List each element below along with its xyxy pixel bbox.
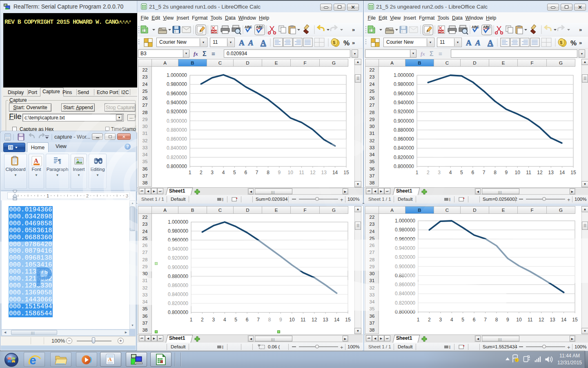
svg-text:0.880000: 0.880000 [168,274,188,279]
svg-text:10: 10 [288,170,294,175]
svg-text:I: I [222,197,223,202]
svg-text:0.820000: 0.820000 [168,301,188,306]
svg-text:6: 6 [244,170,247,175]
svg-text:12: 12 [312,317,317,323]
svg-text:1.000000: 1.000000 [167,72,187,78]
svg-text:»: » [352,40,355,46]
svg-text:0.840000: 0.840000 [395,291,415,296]
svg-text:0.900000: 0.900000 [167,118,187,124]
svg-text:fx: fx [421,51,425,57]
svg-text:0.840000: 0.840000 [394,145,414,151]
svg-text:2: 2 [200,170,203,175]
svg-text:3: 3 [438,170,441,175]
svg-text:2: 2 [427,170,430,175]
svg-text:0.860000: 0.860000 [394,136,414,142]
svg-text:9: 9 [279,317,282,323]
svg-text:PDF: PDF [212,30,218,33]
svg-text:3: 3 [126,193,128,198]
svg-text:11: 11 [301,317,306,323]
svg-text:A: A [261,38,266,47]
svg-text:2: 2 [86,193,89,198]
svg-text:0.940000: 0.940000 [168,246,188,252]
svg-text:7: 7 [484,317,487,323]
svg-text:ABC: ABC [472,25,479,29]
svg-text:A: A [248,38,254,47]
svg-text:1.000000: 1.000000 [168,219,188,225]
svg-text:12: 12 [310,170,316,175]
svg-text:0.980000: 0.980000 [168,228,188,234]
svg-text:15: 15 [343,170,349,175]
svg-text:14: 14 [561,317,567,323]
svg-text:0.800000: 0.800000 [395,309,415,315]
svg-text:5: 5 [461,317,464,323]
svg-text:$: $ [333,40,335,45]
svg-text:12: 12 [537,170,543,175]
svg-text:0.940000: 0.940000 [167,100,187,105]
svg-text:0.920000: 0.920000 [395,254,415,260]
svg-text:0.900000: 0.900000 [394,118,414,124]
svg-text:10: 10 [289,317,295,323]
svg-text:6: 6 [473,317,476,323]
svg-text:6: 6 [246,317,249,323]
svg-text:4: 4 [450,317,453,323]
svg-text:11: 11 [528,317,533,323]
svg-text:»: » [579,27,582,33]
svg-text:0.960000: 0.960000 [394,91,414,96]
svg-text:9: 9 [505,170,508,175]
svg-text:0.840000: 0.840000 [168,292,188,297]
svg-text:0.920000: 0.920000 [168,255,188,261]
svg-text:0.960000: 0.960000 [395,236,415,242]
svg-text:¶: ¶ [58,158,61,164]
svg-text:0.980000: 0.980000 [167,81,187,87]
svg-text:fx: fx [194,51,198,57]
svg-text:0.980000: 0.980000 [394,81,414,87]
svg-text:4: 4 [449,170,452,175]
svg-text:A: A [475,38,481,47]
svg-text:1: 1 [189,170,192,175]
svg-text:I: I [449,345,450,350]
svg-text:0.940000: 0.940000 [394,100,414,105]
svg-text:7: 7 [257,317,260,323]
svg-text:3: 3 [212,317,215,323]
svg-text:e: e [29,353,36,366]
svg-text:0.800000: 0.800000 [168,310,188,315]
svg-text:15: 15 [572,317,578,323]
svg-text:0.920000: 0.920000 [167,109,187,114]
svg-text:0.920000: 0.920000 [394,109,414,114]
svg-text:8: 8 [268,317,271,323]
svg-text:*: * [463,344,465,348]
svg-text:0.820000: 0.820000 [394,155,414,160]
svg-text:12: 12 [539,317,544,323]
svg-text:14: 14 [332,170,338,175]
svg-text:A: A [239,38,245,47]
svg-text:0.980000: 0.980000 [395,227,415,233]
svg-text:10: 10 [516,317,522,323]
svg-text:!: ! [516,359,517,362]
svg-text:0.800000: 0.800000 [394,164,414,169]
svg-text:=: = [212,50,215,57]
svg-text:I: I [222,345,223,350]
svg-text:13: 13 [548,170,554,175]
svg-text:6: 6 [471,170,474,175]
svg-text:8: 8 [494,170,497,175]
svg-text:5: 5 [234,317,237,323]
svg-text:A: A [108,357,112,362]
svg-text:%: % [343,39,350,47]
svg-text:2: 2 [428,317,431,323]
svg-text:A: A [466,38,472,47]
svg-text:*: * [236,197,238,201]
svg-text:»: » [579,40,582,46]
svg-text:13: 13 [321,170,327,175]
svg-text:9: 9 [506,317,509,323]
svg-text:1: 1 [47,193,49,198]
svg-text:0.860000: 0.860000 [168,283,188,288]
svg-text:4: 4 [222,170,225,175]
svg-text:5: 5 [460,170,463,175]
svg-text:Σ: Σ [203,50,207,57]
svg-text:0.900000: 0.900000 [168,265,188,270]
svg-text:8: 8 [495,317,498,323]
svg-text:7: 7 [483,170,486,175]
svg-text:*: * [463,197,465,201]
svg-text:0.860000: 0.860000 [395,282,415,287]
svg-text:0.880000: 0.880000 [167,127,187,133]
